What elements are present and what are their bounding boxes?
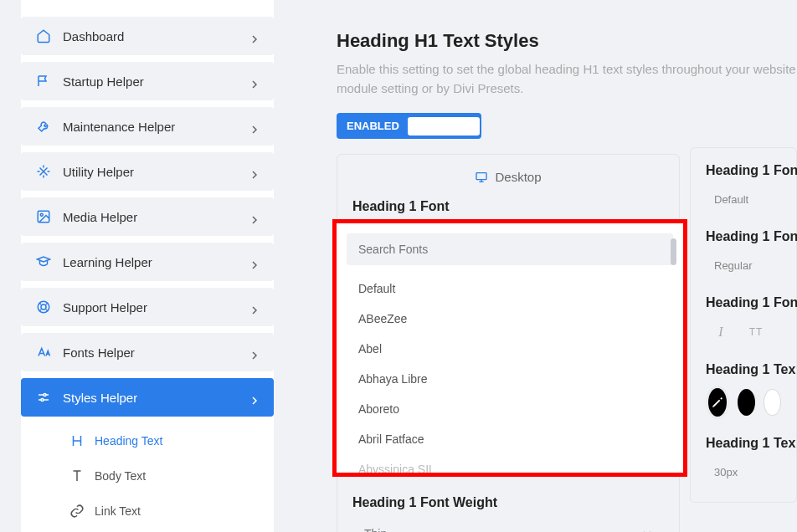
link-icon <box>69 504 85 519</box>
svg-rect-6 <box>476 172 486 179</box>
font-search-input[interactable] <box>358 243 661 256</box>
rfield-label: Heading 1 Fon <box>706 163 781 178</box>
font-dropdown-open: Default ABeeZee Abel Abhaya Libre Aboret… <box>332 219 687 477</box>
font-icon <box>36 345 51 360</box>
right-field-weight: Heading 1 Fon Regular <box>706 229 781 279</box>
lifebuoy-icon <box>36 299 51 315</box>
chevron-right-icon <box>250 212 259 221</box>
graduation-icon <box>36 254 51 269</box>
sliders-icon <box>36 390 51 405</box>
nav-label: Dashboard <box>63 29 250 43</box>
nav-utility[interactable]: Utility Helper <box>21 152 274 191</box>
svg-point-3 <box>41 304 46 309</box>
font-option[interactable]: Abhaya Libre <box>347 364 673 394</box>
pen-icon <box>711 396 724 409</box>
font-option[interactable]: Abril Fatface <box>347 424 673 454</box>
chevron-right-icon <box>250 258 259 266</box>
sub-label: Link Text <box>95 504 141 518</box>
right-column: Heading 1 Fon Default Heading 1 Fon Regu… <box>690 147 797 503</box>
device-tab[interactable]: Desktop <box>352 170 664 184</box>
nav-dashboard[interactable]: Dashboard <box>21 17 274 55</box>
sidebar: Dashboard Startup Helper Maintenance Hel… <box>21 0 274 532</box>
uppercase-button[interactable]: TT <box>741 319 771 345</box>
heading-icon <box>69 433 85 448</box>
nav-label: Startup Helper <box>63 74 250 89</box>
font-option[interactable]: ABeeZee <box>347 304 673 334</box>
right-field-color: Heading 1 Tex <box>706 362 781 419</box>
sub-body-text[interactable]: Body Text <box>54 458 274 494</box>
tools-icon <box>36 164 51 179</box>
rfield-label: Heading 1 Fon <box>706 295 781 310</box>
nav-label: Utility Helper <box>63 165 250 179</box>
italic-button[interactable]: I <box>706 319 736 345</box>
nav-fonts[interactable]: Fonts Helper <box>21 333 274 371</box>
enabled-toggle[interactable]: ENABLED <box>337 113 481 139</box>
chevron-right-icon <box>250 122 259 130</box>
color-swatch-white[interactable] <box>764 389 781 416</box>
desktop-icon <box>475 171 488 184</box>
color-picker-button[interactable] <box>706 386 729 419</box>
nav-label: Media Helper <box>63 210 250 224</box>
weight-select[interactable]: Thin <box>352 519 664 532</box>
svg-point-5 <box>41 399 44 402</box>
device-label: Desktop <box>495 170 541 184</box>
font-list: Default ABeeZee Abel Abhaya Libre Aboret… <box>347 274 673 474</box>
nav-maintenance[interactable]: Maintenance Helper <box>21 107 274 146</box>
font-search-wrap <box>347 233 673 265</box>
font-option[interactable]: Default <box>347 274 673 304</box>
right-field-font: Heading 1 Fon Default <box>706 163 781 212</box>
page-title: Heading H1 Text Styles <box>337 30 797 52</box>
flag-icon <box>36 74 51 89</box>
page-description: Enable this setting to set the global he… <box>337 60 797 98</box>
wrench-icon <box>36 119 51 134</box>
rfield-label: Heading 1 Tex <box>706 362 781 377</box>
sub-heading-text[interactable]: Heading Text <box>54 423 274 458</box>
nav-styles[interactable]: Styles Helper <box>21 378 274 417</box>
rfield-label: Heading 1 Tex <box>706 436 781 451</box>
sub-bullet-text[interactable]: Bullet List Text <box>54 529 274 532</box>
toggle-switch <box>408 117 480 136</box>
svg-point-1 <box>40 213 43 216</box>
font-field-label: Heading 1 Font <box>352 199 664 214</box>
rfield-value[interactable]: Regular <box>706 253 761 279</box>
scrollbar-thumb[interactable] <box>671 238 676 265</box>
enabled-label: ENABLED <box>338 115 408 137</box>
font-option[interactable]: Abyssinica SIL <box>347 454 673 474</box>
rfield-value[interactable]: Default <box>706 187 757 212</box>
nav-label: Styles Helper <box>63 391 250 405</box>
rfield-value[interactable]: 30px <box>706 459 746 485</box>
sub-link-text[interactable]: Link Text <box>54 494 274 529</box>
chevron-right-icon <box>250 393 259 402</box>
nav-label: Maintenance Helper <box>63 120 250 134</box>
sub-label: Body Text <box>95 469 146 483</box>
nav-support[interactable]: Support Helper <box>21 288 274 326</box>
font-option[interactable]: Aboreto <box>347 394 673 424</box>
svg-point-4 <box>44 394 46 396</box>
color-swatch-black[interactable] <box>738 389 755 416</box>
nav-label: Learning Helper <box>63 255 250 269</box>
chevron-down-icon <box>642 529 652 532</box>
chevron-right-icon <box>250 167 259 176</box>
home-icon <box>36 28 51 43</box>
nav-startup[interactable]: Startup Helper <box>21 62 274 100</box>
sub-nav: Heading Text Body Text Link Text Bullet … <box>21 423 274 532</box>
right-panel: Heading 1 Fon Default Heading 1 Fon Regu… <box>690 147 797 503</box>
desktop-panel: Desktop Heading 1 Font Default ABeeZee A… <box>337 154 680 532</box>
nav-media[interactable]: Media Helper <box>21 197 274 236</box>
nav-label: Support Helper <box>63 300 250 315</box>
nav-learning[interactable]: Learning Helper <box>21 243 274 281</box>
text-icon <box>69 468 85 483</box>
rfield-label: Heading 1 Fon <box>706 229 781 244</box>
weight-field-label: Heading 1 Font Weight <box>352 495 664 510</box>
nav-label: Fonts Helper <box>63 345 250 360</box>
font-option[interactable]: Abel <box>347 334 673 364</box>
weight-value: Thin <box>364 527 387 532</box>
chevron-right-icon <box>250 348 259 356</box>
weight-section: Heading 1 Font Weight Thin <box>352 495 664 532</box>
chevron-right-icon <box>250 303 259 311</box>
chevron-right-icon <box>250 32 259 40</box>
image-icon <box>36 209 51 224</box>
sub-label: Heading Text <box>95 434 162 448</box>
chevron-right-icon <box>250 77 259 85</box>
right-field-style: Heading 1 Fon I TT <box>706 295 781 345</box>
